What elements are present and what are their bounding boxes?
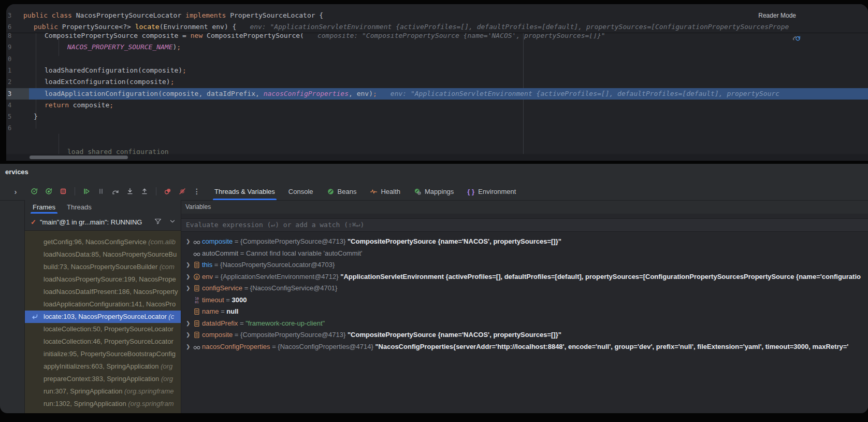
code-line: 5}: [6, 111, 868, 122]
code-line: 2loadExtConfiguration(composite);: [6, 76, 868, 88]
stack-frame-selected[interactable]: locate:103, NacosPropertySourceLocator (…: [25, 311, 181, 323]
variable-row-configService[interactable]: ❯configService = {NacosConfigService@470…: [181, 283, 868, 294]
variable-value: "framework-core-up-client": [245, 319, 325, 327]
expand-chevron-icon[interactable]: ❯: [186, 271, 190, 283]
variable-row-timeout[interactable]: 1001timeout = 3000: [181, 294, 868, 306]
variable-value: "CompositePropertySource {name='NACOS', …: [348, 331, 561, 339]
variable-row-autoCommit[interactable]: autoCommit = Cannot find local variable …: [181, 248, 868, 259]
stack-frame[interactable]: loadApplicationConfiguration:141, NacosP…: [25, 298, 181, 311]
watch-icon: [193, 343, 201, 351]
reader-mode-label: Reader Mode: [758, 12, 796, 19]
variable-name: timeout: [202, 296, 224, 304]
expand-chevron-icon[interactable]: ❯: [186, 259, 190, 271]
expand-chevron-icon[interactable]: ❯: [186, 236, 190, 247]
ai-assistant-icon[interactable]: [791, 33, 802, 44]
expand-chevron-icon[interactable]: ❯: [186, 341, 190, 353]
evaluate-expression-input[interactable]: Evaluate expression (↵) or add a watch (…: [181, 218, 868, 232]
stack-frame[interactable]: loadNacosPropertySource:199, NacosPrope: [25, 273, 181, 286]
line-number: 6: [8, 122, 11, 134]
variable-row-name[interactable]: name = null: [181, 306, 868, 317]
watch-icon: [193, 249, 201, 258]
tab-label: Mappings: [425, 188, 454, 195]
step-over-button[interactable]: [111, 187, 120, 196]
ide-window: 8CompositePropertySource composite = new…: [0, 0, 868, 422]
variable-reference: =: [224, 296, 232, 304]
variable-row-dataIdPrefix[interactable]: ❯dataIdPrefix = "framework-core-up-clien…: [181, 318, 868, 329]
svg-text:p: p: [195, 274, 198, 279]
more-button[interactable]: ⋮: [192, 187, 201, 196]
expand-chevron-icon[interactable]: ❯: [186, 329, 190, 341]
code-editor[interactable]: 8CompositePropertySource composite = new…: [6, 4, 868, 161]
collapse-chevron-icon[interactable]: ›: [11, 187, 20, 196]
variable-row-env[interactable]: ❯penv = {ApplicationServletEnvironment@4…: [181, 271, 868, 283]
stack-frame[interactable]: locateCollection:50, PropertySourceLocat…: [25, 323, 181, 335]
tab-label: Health: [381, 188, 400, 195]
expand-chevron-icon[interactable]: ❯: [186, 318, 190, 329]
variable-name: name: [202, 307, 219, 315]
stack-frame[interactable]: run:307, SpringApplication (org.springfr…: [25, 385, 181, 398]
view-breakpoints-button[interactable]: [163, 187, 172, 196]
variable-row-composite[interactable]: ❯composite = {CompositePropertySource@47…: [181, 329, 868, 341]
variable-row-composite[interactable]: ❯composite = {CompositePropertySource@47…: [181, 236, 868, 247]
stack-frame[interactable]: loadNacosData:85, NacosPropertySourceBu: [25, 248, 181, 261]
tab-beans[interactable]: Beans: [320, 182, 364, 200]
debug-tool-window: ervices › ⋮ Threads & VariablesConsoleBe…: [0, 164, 868, 413]
toolbar-separator: [75, 187, 75, 195]
rerun-button[interactable]: [30, 187, 39, 196]
variable-name: nacosConfigProperties: [202, 343, 270, 350]
watch-icon: [193, 237, 201, 246]
tab-mappings[interactable]: Mappings: [407, 182, 460, 200]
stack-frame[interactable]: initialize:95, PropertySourceBootstrapCo…: [25, 348, 181, 360]
inline-debugger-hint: env: "ApplicationServletEnvironment {act…: [250, 23, 789, 31]
services-tool-window-title: ervices: [5, 168, 28, 176]
stack-frame[interactable]: loadNacosDataIfPresent:186, NacosPropert…: [25, 286, 181, 298]
rerun-debug-button[interactable]: [44, 187, 53, 196]
stack-frame[interactable]: run:1302, SpringApplication (org.springf…: [25, 398, 181, 410]
param-icon: p: [193, 273, 201, 281]
tab-threads[interactable]: Threads: [67, 200, 92, 214]
step-out-button[interactable]: [140, 187, 149, 196]
variable-row-nacosConfigProperties[interactable]: ❯nacosConfigProperties = {NacosConfigPro…: [181, 341, 868, 353]
pause-button[interactable]: [96, 187, 106, 196]
tab-frames[interactable]: Frames: [33, 200, 55, 214]
code-line: 0: [6, 53, 868, 65]
tab-console[interactable]: Console: [282, 182, 320, 200]
prim-icon: 1001: [193, 296, 201, 304]
variable-reference: = {NacosConfigService@4701}: [242, 284, 337, 292]
variable-value: 3000: [232, 296, 247, 304]
stack-frame[interactable]: prepareContext:383, SpringApplication (o…: [25, 373, 181, 385]
field-icon: [193, 331, 201, 339]
stop-button[interactable]: [59, 187, 68, 196]
tab-threads-variables[interactable]: Threads & Variables: [208, 182, 282, 200]
variable-value: null: [226, 307, 238, 315]
variable-row-this[interactable]: ❯this = {NacosPropertySourceLocator@4703…: [181, 259, 868, 271]
resume-button[interactable]: [82, 187, 91, 196]
tab-label: Console: [288, 188, 313, 195]
variable-value: "NacosConfigProperties{serverAddr='http:…: [375, 343, 848, 350]
stack-frame[interactable]: build:73, NacosPropertySourceBuilder (co…: [25, 261, 181, 273]
variable-reference: = {ApplicationServletEnvironment@4712}: [213, 273, 340, 280]
horizontal-scrollbar-track[interactable]: [6, 154, 868, 161]
expand-chevron-icon[interactable]: ❯: [186, 283, 190, 294]
tab-health[interactable]: Health: [363, 182, 407, 200]
frames-list: getConfig:96, NacosConfigService (com.al…: [25, 231, 181, 413]
stack-frame[interactable]: locateCollection:46, PropertySourceLocat…: [25, 335, 181, 348]
horizontal-scrollbar-thumb[interactable]: [30, 156, 128, 159]
tab-environment[interactable]: { }Environment: [460, 182, 523, 200]
chevron-down-icon[interactable]: [168, 217, 177, 227]
line-number: 0: [8, 53, 11, 65]
stack-frame[interactable]: getConfig:96, NacosConfigService (com.al…: [25, 236, 181, 248]
variable-name: configService: [202, 284, 242, 292]
code-line: 6: [6, 122, 868, 134]
debugger-tabs: Threads & VariablesConsoleBeansHealthMap…: [208, 182, 523, 200]
filter-funnel-icon[interactable]: [154, 217, 162, 227]
stack-frame[interactable]: applyInitializers:603, SpringApplication…: [25, 360, 181, 373]
health-icon: [370, 188, 378, 195]
field-icon: [193, 284, 201, 292]
thread-selector[interactable]: ✓ "main"@1 in gr...main": RUNNING: [25, 214, 181, 231]
step-into-button[interactable]: [125, 187, 135, 196]
variable-name: env: [202, 273, 213, 280]
field-icon: [193, 307, 201, 316]
inline-debugger-hint: env: "ApplicationServletEnvironment {act…: [390, 90, 779, 97]
mute-breakpoints-button[interactable]: [178, 187, 187, 196]
